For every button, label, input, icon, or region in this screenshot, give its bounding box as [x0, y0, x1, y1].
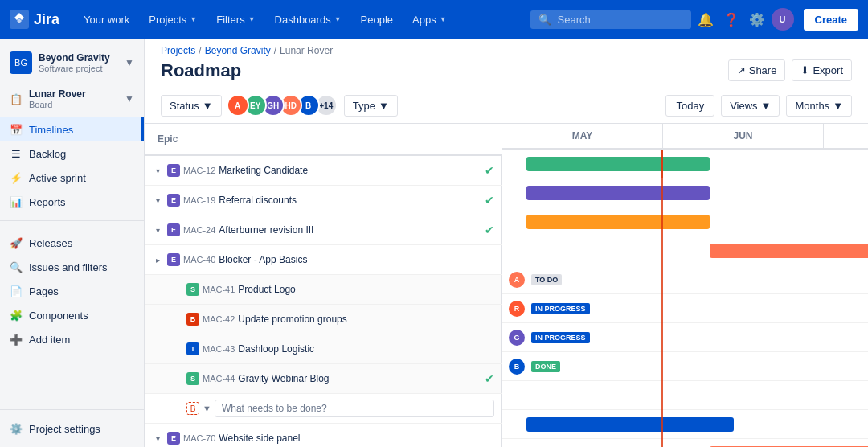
epic-expand-icon[interactable]: ▸ — [151, 253, 164, 266]
sub-type-icon: B — [186, 313, 199, 326]
filters-nav[interactable]: Filters ▼ — [208, 10, 263, 29]
sub-left: B MAC-42 Update promotion groups — [145, 305, 502, 334]
notifications-icon[interactable]: 🔔 — [694, 9, 717, 31]
sidebar-divider-2 — [0, 409, 144, 410]
sidebar-item-backlog[interactable]: ☰ Backlog — [0, 141, 144, 166]
board-expand-icon[interactable]: ▼ — [125, 93, 134, 105]
filters-chevron: ▼ — [248, 15, 256, 23]
jira-logo[interactable]: Jira — [10, 10, 59, 29]
type-filter[interactable]: Type ▼ — [344, 95, 398, 117]
settings-icon[interactable]: ⚙️ — [746, 9, 768, 31]
add-child-input[interactable] — [215, 400, 494, 417]
breadcrumb-project[interactable]: Beyond Gravity — [205, 45, 271, 56]
epic-type-icon: E — [167, 253, 180, 266]
sidebar-item-project-settings[interactable]: ⚙️ Project settings — [0, 416, 144, 441]
sidebar-item-timelines[interactable]: 📅 Timelines — [0, 117, 144, 141]
sidebar-item-active-sprint[interactable]: ⚡ Active sprint — [0, 166, 144, 190]
sub-name[interactable]: Update promotion groups — [238, 314, 494, 325]
sidebar-item-releases[interactable]: 🚀 Releases — [0, 231, 144, 255]
search-input[interactable] — [558, 14, 683, 26]
your-work-nav[interactable]: Your work — [76, 10, 137, 29]
project-settings-label: Project settings — [29, 423, 100, 435]
epic-id: MAC-12 — [183, 166, 215, 175]
people-nav[interactable]: People — [353, 10, 401, 29]
avatar-1[interactable]: A — [227, 94, 249, 117]
epic-type-icon: E — [167, 432, 180, 445]
epic-name[interactable]: Referral discounts — [219, 195, 481, 206]
sidebar-item-reports[interactable]: 📊 Reports — [0, 190, 144, 214]
month-jun: JUN — [663, 124, 824, 148]
epic-name[interactable]: Marketing Candidate — [219, 165, 481, 176]
gantt-bar[interactable] — [526, 417, 734, 432]
sidebar-item-components[interactable]: 🧩 Components — [0, 303, 144, 327]
dashboards-nav[interactable]: Dashboards ▼ — [267, 10, 350, 29]
share-button[interactable]: ↗ Share — [728, 59, 786, 81]
reports-icon: 📊 — [10, 195, 23, 208]
help-icon[interactable]: ❓ — [720, 9, 743, 31]
sub-left: S MAC-41 Product Logo — [145, 275, 502, 304]
sub-name[interactable]: Product Logo — [238, 284, 494, 295]
status-badge: TO DO — [531, 274, 562, 285]
status-filter[interactable]: Status ▼ — [161, 95, 222, 117]
apps-chevron: ▼ — [440, 15, 447, 23]
dashboards-chevron: ▼ — [334, 15, 342, 23]
epic-expand-icon[interactable]: ▾ — [151, 164, 164, 177]
sub-avatar: B — [509, 359, 525, 375]
sub-avatar: G — [509, 330, 525, 346]
gantt-bar[interactable] — [526, 215, 710, 229]
epic-name[interactable]: Afterburner revision III — [219, 224, 481, 236]
epic-name[interactable]: Blocker - App Basics — [219, 254, 494, 265]
pages-label: Pages — [29, 285, 59, 297]
sub-id: MAC-42 — [203, 314, 235, 324]
today-button[interactable]: Today — [665, 95, 714, 117]
projects-nav[interactable]: Projects ▼ — [141, 10, 205, 29]
done-icon: ✔ — [485, 224, 494, 236]
months-chevron: ▼ — [833, 100, 843, 112]
sub-left: T MAC-43 Dashloop Logistic — [145, 334, 502, 363]
epic-left: ▸ E MAC-40 Blocker - App Basics — [145, 245, 502, 274]
sidebar-item-pages[interactable]: 📄 Pages — [0, 279, 144, 303]
epic-expand-icon[interactable]: ▾ — [151, 224, 164, 236]
sub-name[interactable]: Dashloop Logistic — [238, 343, 494, 355]
main-content: Projects / Beyond Gravity / Lunar Rover … — [145, 39, 868, 447]
apps-nav[interactable]: Apps ▼ — [404, 10, 455, 29]
sidebar-nav: 📅 Timelines ☰ Backlog ⚡ Active sprint 📊 … — [0, 117, 144, 214]
gantt-bar[interactable] — [526, 186, 710, 200]
pages-icon: 📄 — [10, 285, 23, 297]
status-chevron: ▼ — [203, 100, 213, 112]
epic-expand-icon[interactable]: ▾ — [151, 194, 164, 207]
project-icon: BG — [10, 51, 32, 74]
search-bar[interactable]: 🔍 — [530, 10, 691, 29]
done-icon: ✔ — [485, 164, 494, 177]
sub-id: MAC-41 — [203, 285, 235, 294]
sidebar-nav-2: 🚀 Releases 🔍 Issues and filters 📄 Pages … — [0, 231, 144, 351]
epic-id: MAC-19 — [183, 195, 215, 205]
board-item[interactable]: 📋 Lunar Rover Board ▼ — [0, 84, 144, 114]
epic-type-icon: E — [167, 194, 180, 207]
top-navigation: Jira Your work Projects ▼ Filters ▼ Dash… — [0, 0, 868, 39]
sidebar-item-issues[interactable]: 🔍 Issues and filters — [0, 255, 144, 279]
sub-id: MAC-43 — [203, 344, 235, 354]
epic-id: MAC-24 — [183, 225, 215, 235]
create-button[interactable]: Create — [804, 9, 858, 31]
add-item-icon: ➕ — [10, 333, 23, 346]
sub-name[interactable]: Gravity Webinar Blog — [238, 373, 481, 384]
gantt-bar[interactable] — [526, 157, 710, 171]
timelines-label: Timelines — [29, 124, 73, 136]
views-chevron: ▼ — [761, 100, 772, 112]
views-button[interactable]: Views ▼ — [721, 95, 780, 117]
issues-icon: 🔍 — [10, 260, 23, 273]
gantt-bar[interactable] — [710, 244, 868, 258]
breadcrumb-projects[interactable]: Projects — [161, 45, 195, 56]
user-avatar[interactable]: U — [772, 8, 794, 31]
project-expand-icon[interactable]: ▼ — [125, 57, 134, 68]
epic-name[interactable]: Website side panel — [219, 433, 494, 444]
epic-row: ▾ E MAC-12 Marketing Candidate ✔ — [145, 156, 502, 186]
months-button[interactable]: Months ▼ — [786, 95, 852, 117]
add-chevron[interactable]: ▼ — [203, 404, 211, 413]
epic-expand-icon[interactable]: ▾ — [151, 432, 164, 445]
epic-type-icon: E — [167, 224, 180, 236]
export-button[interactable]: ⬇ Export — [792, 59, 852, 81]
sidebar-item-add-item[interactable]: ➕ Add item — [0, 327, 144, 351]
add-left: B ▼ — [145, 394, 502, 423]
